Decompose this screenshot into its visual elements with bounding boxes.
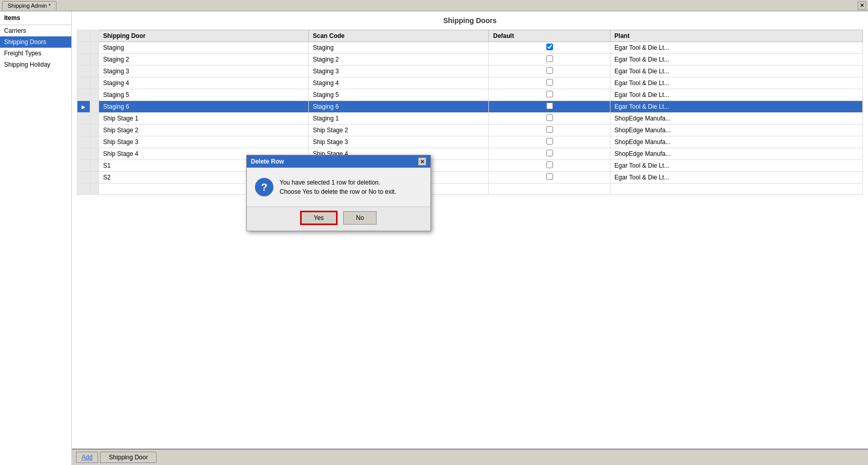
dialog-message-line1: You have selected 1 row for deletion.	[280, 178, 396, 187]
title-bar: Shipping Admin * ✕	[0, 0, 868, 11]
dialog-close-button[interactable]: ✕	[418, 157, 426, 166]
dialog-footer: Yes No	[247, 207, 430, 231]
sidebar-item-shipping-doors[interactable]: Shipping Doors	[0, 36, 71, 48]
sidebar-item-shipping-holiday[interactable]: Shipping Holiday	[0, 59, 71, 70]
dialog-question-icon: ?	[255, 178, 273, 196]
no-button[interactable]: No	[343, 211, 377, 225]
dialog-message-line2: Choose Yes to delete the row or No to ex…	[280, 187, 396, 196]
dialog-message: You have selected 1 row for deletion. Ch…	[280, 178, 396, 196]
sidebar-item-carriers[interactable]: Carriers	[0, 25, 71, 36]
sidebar-header: Items	[0, 11, 71, 25]
main-layout: Items Carriers Shipping Doors Freight Ty…	[0, 11, 868, 465]
modal-overlay: Delete Row ✕ ? You have selected 1 row f…	[72, 11, 868, 465]
content-area: Shipping Doors Shipping Door Scan Code D…	[72, 11, 868, 465]
yes-button[interactable]: Yes	[301, 211, 338, 225]
sidebar-item-freight-types[interactable]: Freight Types	[0, 48, 71, 59]
title-tab[interactable]: Shipping Admin *	[2, 1, 56, 10]
window-close-button[interactable]: ✕	[858, 2, 866, 10]
sidebar: Items Carriers Shipping Doors Freight Ty…	[0, 11, 72, 465]
dialog-titlebar: Delete Row ✕	[247, 155, 430, 168]
dialog-title: Delete Row	[251, 158, 284, 165]
dialog-body: ? You have selected 1 row for deletion. …	[247, 168, 430, 207]
delete-row-dialog: Delete Row ✕ ? You have selected 1 row f…	[246, 155, 431, 231]
